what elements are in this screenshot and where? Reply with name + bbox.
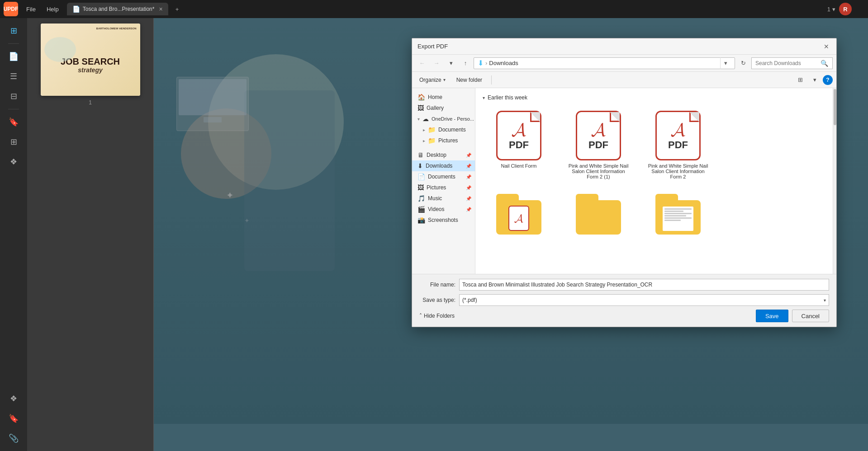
pdf-fold-1	[530, 112, 540, 122]
section-header-earlier[interactable]: ▾ Earlier this week	[483, 92, 825, 103]
dialog-close-btn[interactable]: ✕	[822, 42, 831, 51]
nav-item-label: Downloads	[426, 163, 452, 169]
path-dropdown-btn[interactable]: ▾	[720, 57, 731, 69]
sidebar-item-layers2[interactable]: ❖	[5, 390, 23, 408]
thumb-author: BARTHOLOMEW HENDERSON	[96, 27, 137, 31]
file-grid-items: 𝓐 PDF Nail Client Form 𝓐	[483, 107, 825, 183]
gallery-icon: 🖼	[417, 104, 424, 112]
file-name-input[interactable]	[459, 279, 829, 291]
file-item-nail-salon-2[interactable]: 𝓐 PDF Pink and White Simple Nail Salon C…	[562, 107, 635, 183]
pictures-pin-icon: 🖼	[417, 184, 424, 191]
nav-item-downloads[interactable]: ⬇ Downloads 📌	[412, 160, 475, 171]
desktop-icon: 🖥	[417, 151, 424, 159]
folder-item-1[interactable]: 𝓐	[483, 190, 555, 241]
sidebar-item-layers[interactable]: ❖	[5, 153, 23, 171]
pdf-body-2: 𝓐 PDF	[576, 111, 621, 160]
sidebar-item-table[interactable]: ⊞	[5, 133, 23, 151]
add-tab-btn[interactable]: +	[172, 4, 183, 14]
downloads-icon: ⬇	[417, 162, 423, 169]
nav-path-bar[interactable]: ⬇ › Downloads ▾	[474, 57, 735, 69]
page-count: 1	[827, 6, 830, 13]
help-btn[interactable]: ?	[823, 75, 833, 85]
sidebar-sep-1	[8, 43, 19, 44]
nav-item-gallery[interactable]: 🖼 Gallery	[412, 103, 475, 113]
active-tab[interactable]: 📄 Tosca and Bro...Presentation* ×	[67, 3, 168, 15]
nav-item-label: Music	[428, 195, 442, 202]
help-menu[interactable]: Help	[42, 4, 63, 14]
thumbnail-page-num: 1	[89, 99, 92, 106]
pdf-fold-2	[610, 112, 620, 122]
file-item-nail-client[interactable]: 𝓐 PDF Nail Client Form	[483, 107, 555, 183]
folder-item-2[interactable]	[562, 190, 635, 241]
folder-doc-preview-3	[663, 207, 693, 231]
nav-item-label: OneDrive - Perso...	[432, 116, 474, 122]
onedrive-icon: ☁	[422, 115, 429, 122]
tab-close-btn[interactable]: ×	[159, 5, 162, 13]
nav-item-pictures-pin[interactable]: 🖼 Pictures 📌	[412, 182, 475, 193]
nav-back-btn[interactable]: ←	[416, 57, 428, 70]
nav-item-documents-pin[interactable]: 📄 Documents 📌	[412, 171, 475, 182]
icon-sidebar: ⊞ 📄 ☰ ⊟ 🔖 ⊞ ❖ ❖ 🔖 📎	[0, 18, 27, 451]
pictures-pin-icon2: 📌	[466, 185, 471, 190]
dialog-actions: ˄ Hide Folders Save Cancel	[419, 310, 829, 322]
sidebar-item-page[interactable]: 📄	[5, 47, 23, 66]
app-body: ⊞ 📄 ☰ ⊟ 🔖 ⊞ ❖ ❖ 🔖 📎 BARTHOLOMEW HENDERSO…	[0, 18, 868, 451]
sidebar-item-stamp[interactable]: 🔖	[5, 113, 23, 131]
nav-item-music[interactable]: 🎵 Music 📌	[412, 193, 475, 204]
file-name-3: Pink and White Simple Nail Salon Client …	[646, 163, 710, 179]
user-avatar[interactable]: R	[839, 3, 852, 15]
hide-folders-arrow: ˄	[419, 313, 422, 319]
nav-item-screenshots[interactable]: 📸 Screenshots	[412, 215, 475, 226]
folder-icon-2	[576, 194, 621, 235]
sidebar-item-bookmark[interactable]: 🔖	[5, 409, 23, 428]
search-input[interactable]	[755, 60, 819, 66]
documents-expand-icon: ▸	[423, 127, 425, 132]
nav-item-desktop[interactable]: 🖥 Desktop 📌	[412, 150, 475, 160]
nav-refresh-btn[interactable]: ↻	[737, 57, 749, 70]
pdf-text-1: PDF	[509, 139, 529, 151]
new-folder-btn[interactable]: New folder	[453, 75, 486, 85]
sidebar-item-paperclip[interactable]: 📎	[5, 429, 23, 447]
folder-body-3	[655, 200, 701, 235]
export-pdf-dialog: Export PDF ✕ ← → ▾ ↑ ⬇ › Downloads ▾ ↻	[412, 38, 837, 327]
nav-forward-btn[interactable]: →	[430, 57, 443, 70]
thumbnail-image: BARTHOLOMEW HENDERSON JOB SEARCH strateg…	[41, 23, 140, 96]
pdf-acrobat-3: 𝓐	[671, 120, 685, 139]
folder-item-3[interactable]	[642, 190, 714, 241]
view-dropdown-btn[interactable]: ▾	[808, 74, 821, 86]
file-name-row: File name:	[419, 279, 829, 291]
slide-thumbnail[interactable]: BARTHOLOMEW HENDERSON JOB SEARCH strateg…	[41, 23, 140, 96]
sidebar-item-list[interactable]: ☰	[5, 67, 23, 85]
nav-item-onedrive[interactable]: ▾ ☁ OneDrive - Perso...	[412, 113, 475, 124]
organize-btn[interactable]: Organize ▾	[416, 75, 449, 85]
cancel-button[interactable]: Cancel	[792, 310, 829, 322]
scrollbar[interactable]	[833, 88, 836, 274]
file-item-nail-salon-3[interactable]: 𝓐 PDF Pink and White Simple Nail Salon C…	[642, 107, 714, 183]
pdf-text-2: PDF	[588, 139, 608, 151]
nav-item-label: Desktop	[427, 152, 446, 158]
dialog-title: Export PDF	[417, 43, 448, 50]
organize-label: Organize	[419, 77, 441, 83]
nav-item-pictures-sub[interactable]: ▸ 📁 Pictures	[412, 135, 475, 146]
nav-dropdown-btn[interactable]: ▾	[445, 57, 457, 70]
hide-folders-label: Hide Folders	[424, 313, 455, 319]
nav-item-videos[interactable]: 🎬 Videos 📌	[412, 204, 475, 215]
videos-icon: 🎬	[417, 206, 425, 213]
nav-up-btn[interactable]: ↑	[459, 57, 472, 70]
save-button[interactable]: Save	[756, 310, 788, 322]
hide-folders-btn[interactable]: ˄ Hide Folders	[419, 310, 455, 322]
file-menu[interactable]: File	[22, 4, 40, 14]
sidebar-item-grid[interactable]: ⊟	[5, 87, 23, 105]
sidebar-item-thumbnail[interactable]: ⊞	[5, 22, 23, 40]
nav-item-documents-sub[interactable]: ▸ 📁 Documents	[412, 124, 475, 135]
save-as-dropdown[interactable]: (*.pdf) ▾	[459, 294, 829, 306]
file-name-1: Nail Client Form	[501, 163, 537, 169]
pdf-body-1: 𝓐 PDF	[496, 111, 541, 160]
pdf-fold-3	[689, 112, 699, 122]
nav-item-home[interactable]: 🏠 Home	[412, 92, 475, 103]
pdf-icon-1: 𝓐 PDF	[496, 111, 541, 160]
search-icon[interactable]: 🔍	[821, 60, 828, 67]
nav-item-label: Screenshots	[428, 217, 458, 223]
titlebar-menus: File Help	[22, 4, 63, 14]
view-toggle-btn[interactable]: ⊞	[794, 74, 806, 86]
